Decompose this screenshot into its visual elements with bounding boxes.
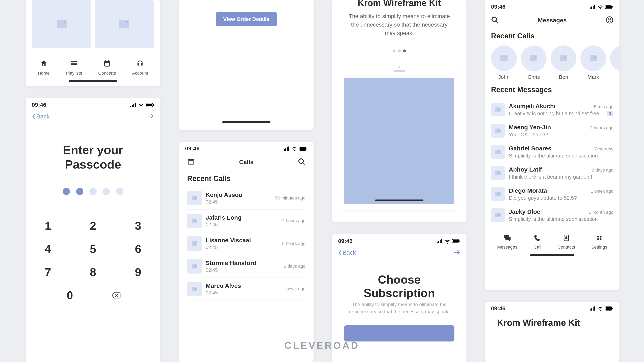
svg-rect-26 (134, 104, 134, 107)
arrow-right-icon (147, 113, 154, 119)
recent-avatar[interactable]: Chris (521, 45, 546, 80)
key-6[interactable]: 6 (128, 242, 148, 255)
svg-rect-52 (593, 307, 594, 311)
svg-rect-31 (284, 149, 285, 151)
home-indicator[interactable] (222, 121, 270, 123)
forward-button[interactable] (453, 248, 460, 257)
search-icon[interactable] (298, 158, 306, 166)
back-button[interactable]: Back (32, 113, 50, 120)
signal-icon (590, 4, 596, 10)
message-row[interactable]: Gabriel SoaresYesterday Simplicity is th… (491, 141, 614, 162)
tab-playlists[interactable]: Playlists (66, 59, 82, 76)
svg-point-23 (600, 238, 602, 240)
call-row[interactable]: Stormie Hansford02:45 2 days ago (187, 255, 306, 278)
device-screen (344, 78, 454, 204)
passcode-screen: 09:46 Back Enter yourPasscode 123 456 78… (26, 98, 160, 362)
tab-home[interactable]: Home (38, 59, 50, 76)
key-4[interactable]: 4 (38, 242, 58, 255)
message-row[interactable]: Abhoy Latif3 days ago I think there is a… (491, 162, 614, 184)
subscription-option[interactable] (344, 325, 454, 342)
archive-icon[interactable] (187, 158, 195, 166)
message-preview: Simplicity is the ultimate sophisticatio… (509, 216, 598, 222)
svg-rect-49 (460, 240, 460, 242)
message-preview: Creativity is nothing but a mind set fre… (509, 110, 599, 117)
message-name: Gabriel Soares (509, 145, 552, 152)
chevron-left-icon (32, 114, 36, 119)
music-screen-bottom: Home Playlists Concerts Account (26, 0, 160, 86)
message-row[interactable]: Diego Morata1 week ago Did you guys upda… (491, 184, 614, 205)
recent-calls-title: Recent Calls (179, 170, 314, 187)
key-7[interactable]: 7 (38, 266, 58, 279)
wireframe-screen-bottom: 09:46 Krom Wireframe Kit (485, 302, 620, 362)
svg-rect-8 (591, 7, 592, 9)
battery-icon (299, 147, 308, 151)
tab-call[interactable]: Call (534, 234, 541, 250)
message-row[interactable]: Maeng Yeo-Jin2 hours ago You: OK Thanks! (491, 120, 614, 141)
svg-rect-46 (441, 239, 442, 243)
svg-rect-34 (288, 147, 290, 151)
svg-rect-45 (440, 240, 441, 243)
svg-point-20 (597, 236, 599, 238)
dot[interactable] (393, 49, 396, 52)
tab-contacts[interactable]: Contacts (558, 234, 575, 250)
key-1[interactable]: 1 (38, 219, 58, 232)
dot[interactable] (398, 49, 401, 52)
profile-icon[interactable] (606, 16, 614, 24)
message-row[interactable]: Akumjeli Akuchi5 min ago Creativity is n… (491, 99, 614, 120)
signal-icon (130, 102, 136, 108)
dot-active[interactable] (403, 49, 406, 52)
home-indicator[interactable] (530, 254, 574, 256)
message-row[interactable]: Jacky Dloe1 month ago Simplicity is the … (491, 205, 614, 226)
key-0[interactable]: 0 (60, 289, 80, 302)
status-time: 09:46 (491, 3, 506, 10)
key-5[interactable]: 5 (83, 242, 103, 255)
key-backspace[interactable] (106, 289, 126, 302)
call-time: 1 week ago (283, 286, 306, 292)
recent-calls-row[interactable]: John Chris Ben Mark (485, 43, 620, 82)
recent-avatar[interactable] (610, 45, 620, 80)
call-row[interactable]: Jafaris Long02:45 2 hours ago (187, 210, 306, 232)
image-placeholder-icon (192, 264, 197, 269)
image-placeholder-icon (192, 241, 197, 246)
svg-rect-33 (287, 147, 288, 151)
battery-icon (605, 307, 614, 311)
page-dots (332, 49, 466, 52)
call-name: Lisanne Viscaal (206, 237, 278, 244)
wifi-icon (444, 238, 450, 244)
svg-rect-50 (590, 309, 591, 311)
back-button[interactable]: Back (338, 249, 356, 256)
recent-avatar[interactable]: John (491, 45, 517, 80)
tab-settings[interactable]: Settings (591, 234, 607, 250)
list-icon (70, 59, 78, 69)
status-time: 09:46 (32, 102, 46, 108)
camera-icon (398, 66, 400, 68)
key-8[interactable]: 8 (83, 266, 103, 279)
key-9[interactable]: 9 (128, 266, 148, 279)
avatar (187, 191, 202, 205)
tab-concerts[interactable]: Concerts (98, 59, 116, 76)
key-3[interactable]: 3 (128, 219, 148, 232)
call-row[interactable]: Lisanne Viscaal02:45 5 hours ago (187, 232, 306, 255)
avatar (187, 214, 202, 228)
recent-avatar[interactable]: Mark (580, 45, 606, 80)
recent-avatar[interactable]: Ben (550, 45, 576, 80)
view-order-details-button[interactable]: View Order Details (216, 12, 276, 26)
forward-button[interactable] (147, 112, 154, 121)
call-row[interactable]: Marco Alves02:45 1 week ago (187, 278, 306, 301)
album-thumb[interactable] (94, 0, 154, 48)
album-thumb[interactable] (32, 0, 91, 48)
key-2[interactable]: 2 (83, 219, 103, 232)
svg-rect-2 (71, 64, 77, 65)
message-time: Yesterday (594, 146, 614, 152)
battery-icon (605, 5, 614, 9)
status-bar: 09:46 (26, 98, 160, 110)
tab-messages[interactable]: Messages (497, 234, 517, 250)
image-placeholder-icon (495, 150, 501, 154)
tab-account[interactable]: Account (132, 59, 148, 76)
home-indicator[interactable] (69, 80, 117, 82)
image-placeholder-icon (119, 20, 129, 28)
call-row[interactable]: Kenjo Assou02:45 56 minutes ago (187, 187, 306, 210)
search-icon[interactable] (491, 16, 499, 24)
svg-rect-7 (590, 7, 591, 9)
image-placeholder-icon (57, 20, 66, 28)
